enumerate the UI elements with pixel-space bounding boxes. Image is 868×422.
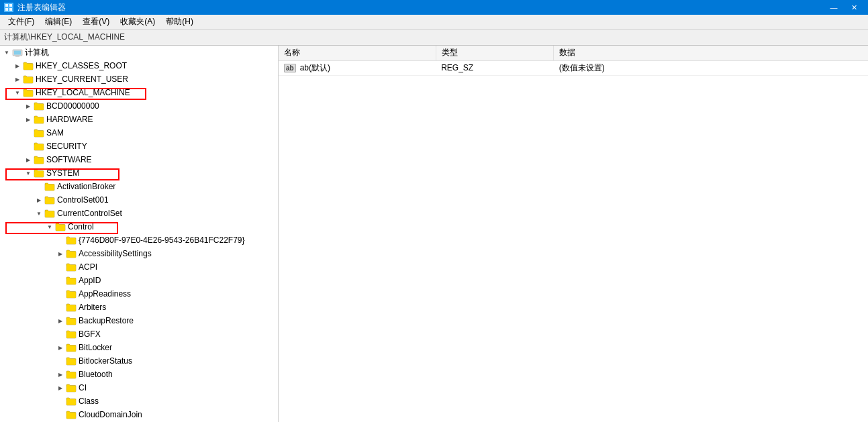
tree-label-hkey_classes_root: HKEY_CLASSES_ROOT — [36, 61, 275, 70]
tree-scroll[interactable]: ▼ 计算机▶ HKEY_CLASSES_ROOT▶ HKEY_CURRENT_U… — [0, 46, 278, 422]
tree-label-hkey_local_machine: HKEY_LOCAL_MACHINE — [36, 88, 275, 97]
tree-toggle-control[interactable]: ▼ — [44, 220, 55, 233]
tree-item-hkey_classes_root[interactable]: ▶ HKEY_CLASSES_ROOT — [0, 59, 278, 72]
tree-toggle-class[interactable] — [55, 394, 66, 408]
tree-item-activationbroker[interactable]: ActivationBroker — [0, 180, 278, 193]
tree-toggle-hkey_classes_root[interactable]: ▶ — [12, 59, 23, 72]
folder-icon-bgfx — [66, 329, 77, 339]
tree-toggle-sam[interactable] — [23, 126, 34, 140]
tree-toggle-system[interactable]: ▼ — [23, 166, 34, 180]
tree-item-appid[interactable]: AppID — [0, 274, 278, 287]
tree-toggle-appid[interactable] — [55, 274, 66, 287]
tree-item-controlset001[interactable]: ▶ ControlSet001 — [0, 193, 278, 207]
folder-icon-acpi — [66, 262, 77, 272]
tree-label-accessibilitysettings: AccessibilitySettings — [79, 249, 275, 258]
tree-toggle-software[interactable]: ▶ — [23, 153, 34, 166]
folder-icon-security — [34, 142, 44, 151]
tree-item-hkey_current_user[interactable]: ▶ HKEY_CURRENT_USER — [0, 72, 278, 86]
tree-item-security[interactable]: SECURITY — [0, 140, 278, 153]
menu-item-查看V[interactable]: 查看(V) — [77, 15, 115, 29]
tree-label-software: SOFTWARE — [46, 155, 275, 164]
tree-toggle-backuprestore[interactable]: ▶ — [55, 314, 66, 327]
tree-label-control: Control — [68, 222, 275, 231]
tree-toggle-computer[interactable]: ▼ — [1, 46, 12, 59]
tree-toggle-security[interactable] — [23, 140, 34, 153]
tree-item-ci[interactable]: ▶ CI — [0, 381, 278, 394]
tree-toggle-bitlocker[interactable]: ▶ — [55, 341, 66, 354]
menu-bar: 文件(F)编辑(E)查看(V)收藏夹(A)帮助(H) — [0, 15, 868, 30]
tree-toggle-clouddomainjoin[interactable] — [55, 408, 66, 421]
tree-item-bcd00000000[interactable]: ▶ BCD00000000 — [0, 99, 278, 113]
tree-label-bcd00000000: BCD00000000 — [46, 101, 275, 111]
tree-toggle-controlset001[interactable]: ▶ — [34, 193, 44, 207]
tree-item-arbiters[interactable]: Arbiters — [0, 301, 278, 314]
menu-item-编辑E[interactable]: 编辑(E) — [40, 15, 77, 29]
tree-toggle-acpi[interactable] — [55, 260, 66, 274]
folder-icon-system — [34, 168, 44, 178]
tree-toggle-activationbroker[interactable] — [34, 180, 44, 193]
tree-label-bluetooth: Bluetooth — [79, 370, 275, 379]
minimize-button[interactable]: — — [824, 0, 844, 15]
svg-rect-6 — [15, 56, 19, 57]
tree-toggle-hardware[interactable]: ▶ — [23, 113, 34, 126]
tree-item-bitlockerstatus[interactable]: BitlockerStatus — [0, 354, 278, 368]
col-type[interactable]: 类型 — [436, 46, 554, 60]
tree-toggle-accessibilitysettings[interactable]: ▶ — [55, 247, 66, 260]
tree-toggle-hkey_current_user[interactable]: ▶ — [12, 72, 23, 86]
folder-icon-bluetooth — [66, 370, 77, 379]
folder-icon-controlset001 — [44, 195, 55, 205]
tree-toggle-ci[interactable]: ▶ — [55, 381, 66, 394]
tree-item-accessibilitysettings[interactable]: ▶ AccessibilitySettings — [0, 247, 278, 260]
tree-item-hardware[interactable]: ▶ HARDWARE — [0, 113, 278, 126]
menu-item-收藏夹A[interactable]: 收藏夹(A) — [115, 15, 160, 29]
tree-item-class[interactable]: Class — [0, 394, 278, 408]
tree-toggle-bgfx[interactable] — [55, 327, 66, 341]
svg-rect-0 — [5, 4, 8, 7]
svg-rect-2 — [5, 8, 8, 11]
tree-label-appid: AppID — [79, 276, 275, 285]
registry-name: abab(默认) — [279, 60, 436, 75]
tree-toggle-bitlockerstatus[interactable] — [55, 354, 66, 368]
menu-item-文件F[interactable]: 文件(F) — [3, 15, 40, 29]
tree-item-sam[interactable]: SAM — [0, 126, 278, 140]
tree-item-software[interactable]: ▶ SOFTWARE — [0, 153, 278, 166]
right-panel: 名称 类型 数据 abab(默认)REG_SZ(数值未设置) — [279, 46, 868, 422]
tree-toggle-appreadiness[interactable] — [55, 287, 66, 301]
tree-toggle-arbiters[interactable] — [55, 301, 66, 314]
tree-item-hkey_local_machine[interactable]: ▼ HKEY_LOCAL_MACHINE — [0, 86, 278, 99]
tree-label-bitlocker: BitLocker — [79, 343, 275, 352]
tree-item-currentcontrolset[interactable]: ▼ CurrentControlSet — [0, 207, 278, 220]
folder-icon-class — [66, 397, 77, 406]
tree-label-sam: SAM — [46, 128, 275, 138]
tree-label-hardware: HARDWARE — [46, 115, 275, 124]
tree-label-class: Class — [79, 397, 275, 406]
folder-icon-bcd00000000 — [34, 101, 44, 111]
tree-label-acpi: ACPI — [79, 262, 275, 272]
tree-item-computer[interactable]: ▼ 计算机 — [0, 46, 278, 59]
tree-item-guid_key[interactable]: {7746D80F-97E0-4E26-9543-26B41FC22F79} — [0, 233, 278, 247]
tree-item-system[interactable]: ▼ SYSTEM — [0, 166, 278, 180]
tree-toggle-bcd00000000[interactable]: ▶ — [23, 99, 34, 113]
tree-label-clouddomainjoin: CloudDomainJoin — [79, 410, 275, 419]
tree-item-bluetooth[interactable]: ▶ Bluetooth — [0, 368, 278, 381]
tree-label-hkey_current_user: HKEY_CURRENT_USER — [36, 74, 275, 84]
registry-row[interactable]: abab(默认)REG_SZ(数值未设置) — [279, 60, 868, 75]
tree-toggle-bluetooth[interactable]: ▶ — [55, 368, 66, 381]
tree-item-acpi[interactable]: ACPI — [0, 260, 278, 274]
tree-toggle-hkey_local_machine[interactable]: ▼ — [12, 86, 23, 99]
tree-item-backuprestore[interactable]: ▶ BackupRestore — [0, 314, 278, 327]
col-name[interactable]: 名称 — [279, 46, 436, 60]
tree-label-system: SYSTEM — [46, 168, 275, 178]
folder-icon-guid_key — [66, 235, 77, 245]
tree-item-control[interactable]: ▼ Control — [0, 220, 278, 233]
tree-item-appreadiness[interactable]: AppReadiness — [0, 287, 278, 301]
tree-item-bitlocker[interactable]: ▶ BitLocker — [0, 341, 278, 354]
tree-toggle-guid_key[interactable] — [55, 233, 66, 247]
tree-item-bgfx[interactable]: BGFX — [0, 327, 278, 341]
menu-item-帮助H[interactable]: 帮助(H) — [160, 15, 199, 29]
registry-table: 名称 类型 数据 abab(默认)REG_SZ(数值未设置) — [279, 46, 868, 76]
tree-item-clouddomainjoin[interactable]: CloudDomainJoin — [0, 408, 278, 421]
close-button[interactable]: ✕ — [844, 0, 864, 15]
tree-toggle-currentcontrolset[interactable]: ▼ — [34, 207, 44, 220]
col-data[interactable]: 数据 — [554, 46, 868, 60]
